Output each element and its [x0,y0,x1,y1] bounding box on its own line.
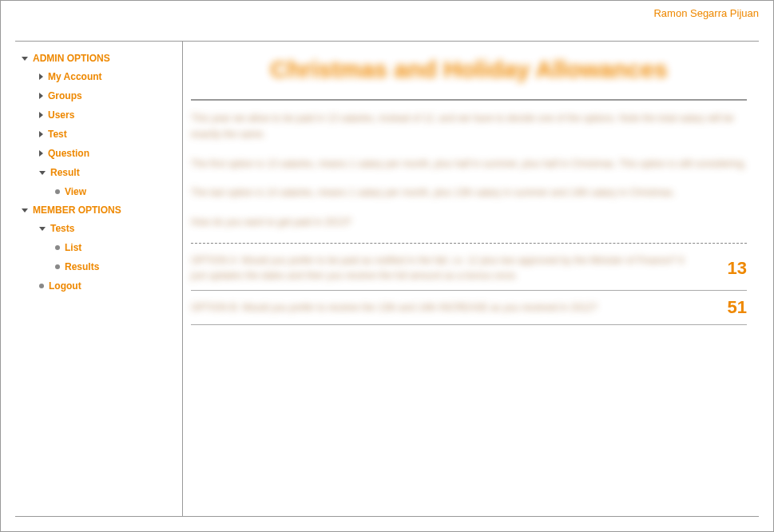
nav-users[interactable]: Users [22,105,176,125]
arrow-right-icon [39,131,43,137]
option-label: OPTION A: Would you prefer to be paid as… [191,253,699,284]
nav-tests-list[interactable]: List [22,238,176,257]
expand-icon [39,171,46,175]
nav-logout[interactable]: Logout [22,276,176,296]
nav-tests-results[interactable]: Results [22,257,176,276]
result-row: OPTION A: Would you prefer to be paid as… [191,250,747,287]
arrow-right-icon [39,112,43,118]
expand-icon [22,57,28,61]
option-count: 51 [715,297,747,318]
row-divider [191,290,747,291]
nav-label: Users [48,109,74,121]
nav-my-account[interactable]: My Account [22,67,176,86]
nav-label: Question [48,148,89,159]
expand-icon [39,227,46,231]
content-frame: ADMIN OPTIONS My Account Groups Users Te… [15,41,759,517]
option-count: 13 [715,258,747,279]
nav-label: Groups [48,90,82,101]
divider [191,99,747,101]
nav-groups[interactable]: Groups [22,86,176,105]
option-label: OPTION B: Would you prefer to receive th… [191,300,699,316]
nav-label: My Account [48,71,102,82]
description-paragraph: How do you want to get paid in 2013? [191,214,747,230]
nav-label: Results [65,261,99,272]
expand-icon [22,208,28,212]
nav-label: List [65,242,81,253]
description-paragraph: This year we allow to be paid in 13 sala… [191,110,747,143]
member-options-header[interactable]: MEMBER OPTIONS [22,201,176,219]
dashed-divider [191,243,747,244]
description-paragraph: The first option is 13 salaries, means 1… [191,156,747,172]
admin-options-header[interactable]: ADMIN OPTIONS [22,50,176,67]
bullet-icon [39,284,44,288]
main-content: Christmas and Holiday Allowances This ye… [183,42,759,516]
description-paragraph: The last option is 14 salaries, means 1 … [191,185,747,200]
nav-test[interactable]: Test [22,125,176,144]
nav-label: Logout [49,280,81,292]
nav-question[interactable]: Question [22,144,176,163]
user-name-label: Ramon Segarra Pijuan [1,1,773,22]
bullet-icon [55,189,60,194]
app-frame: Ramon Segarra Pijuan ADMIN OPTIONS My Ac… [0,0,774,532]
nav-label: View [65,186,86,197]
page-title: Christmas and Holiday Allowances [191,50,747,99]
bullet-icon [55,245,60,250]
row-divider [191,324,747,325]
nav-label: Tests [50,223,74,234]
sidebar: ADMIN OPTIONS My Account Groups Users Te… [15,42,183,516]
nav-label: Result [50,167,80,178]
arrow-right-icon [39,150,43,157]
arrow-right-icon [39,73,43,80]
nav-result-view[interactable]: View [22,182,176,201]
arrow-right-icon [39,93,43,99]
section-label: MEMBER OPTIONS [33,204,121,216]
section-label: ADMIN OPTIONS [33,53,110,64]
nav-result[interactable]: Result [22,163,176,182]
bullet-icon [55,264,60,269]
nav-label: Test [48,129,67,140]
result-row: OPTION B: Would you prefer to receive th… [191,294,747,321]
nav-tests[interactable]: Tests [22,219,176,238]
